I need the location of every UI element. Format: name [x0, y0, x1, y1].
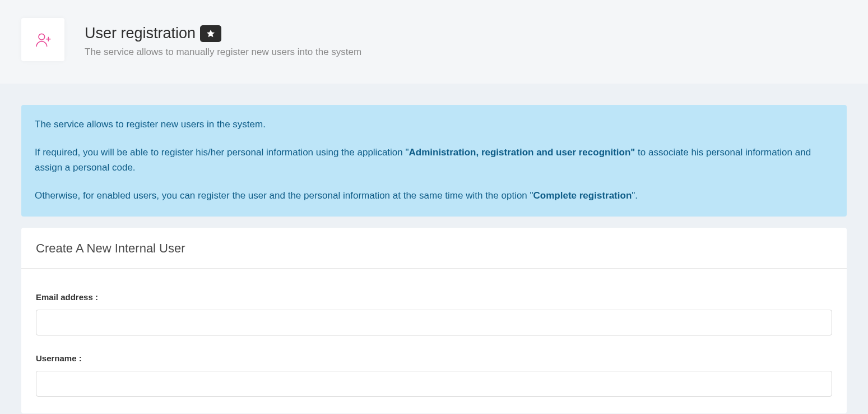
header-text-block: User registration The service allows to … [85, 18, 361, 58]
email-label: Email address : [36, 292, 832, 302]
create-user-card: Create A New Internal User Email address… [21, 228, 847, 413]
title-row: User registration [85, 25, 361, 42]
info-p2-pre: If required, you will be able to registe… [35, 147, 409, 158]
page-title: User registration [85, 25, 196, 42]
info-paragraph-1: The service allows to register new users… [35, 117, 833, 132]
favorite-button[interactable] [200, 25, 221, 42]
info-paragraph-3: Otherwise, for enabled users, you can re… [35, 188, 833, 203]
star-icon [206, 29, 216, 39]
info-p3-bold: Complete registration [533, 190, 632, 201]
page-header: User registration The service allows to … [0, 0, 868, 84]
username-field[interactable] [36, 371, 832, 397]
username-label: Username : [36, 353, 832, 363]
username-group: Username : [36, 353, 832, 397]
info-alert: The service allows to register new users… [21, 105, 847, 217]
email-group: Email address : [36, 292, 832, 335]
info-p2-bold: Administration, registration and user re… [409, 147, 635, 158]
info-p3-post: ". [632, 190, 638, 201]
form-card-header: Create A New Internal User [21, 228, 847, 269]
info-p3-pre: Otherwise, for enabled users, you can re… [35, 190, 533, 201]
form-card-title: Create A New Internal User [36, 241, 832, 256]
page-icon-box [21, 18, 64, 61]
content-area: The service allows to register new users… [0, 84, 868, 413]
page-subtitle: The service allows to manually register … [85, 47, 361, 58]
user-plus-icon [34, 31, 52, 49]
form-body: Email address : Username : [21, 269, 847, 413]
email-field[interactable] [36, 310, 832, 335]
info-paragraph-2: If required, you will be able to registe… [35, 145, 833, 175]
svg-point-0 [39, 34, 45, 40]
